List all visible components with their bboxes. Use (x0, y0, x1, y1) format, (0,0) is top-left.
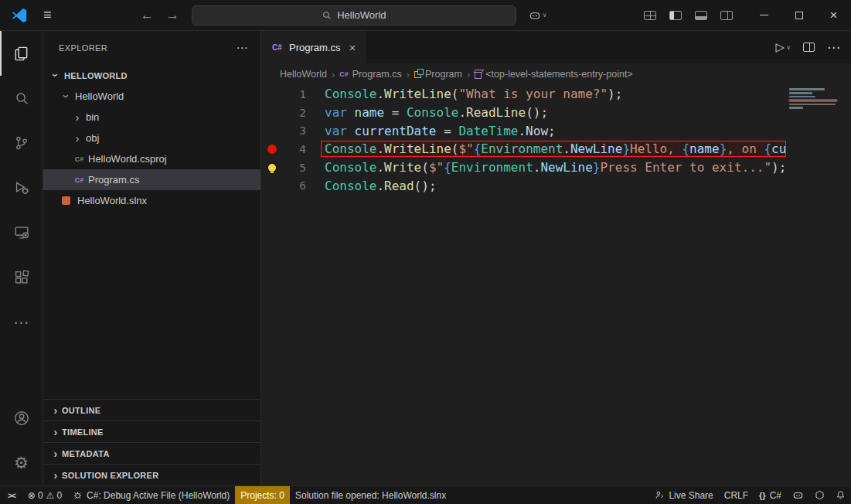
tree-item-helloworld-csproj[interactable]: C#HelloWorld.csproj (43, 148, 260, 169)
status-bar: >< ⊗ 0 ⚠ 0 C#: Debug Active File (HelloW… (0, 485, 851, 504)
token-var: NewLine (570, 141, 622, 156)
activity-explorer[interactable] (0, 31, 43, 76)
token-interp: { (682, 141, 689, 156)
section-metadata[interactable]: ›METADATA (43, 442, 260, 464)
tree-item-helloworld[interactable]: ›HelloWorld (43, 86, 260, 107)
line-content[interactable]: var name = Console.ReadLine(); (322, 105, 785, 120)
split-editor-icon[interactable] (803, 43, 815, 52)
token-str: $" (429, 160, 444, 175)
section-timeline[interactable]: ›TIMELINE (43, 421, 260, 442)
copilot-menu-button[interactable]: ∨ (529, 10, 547, 21)
activity-extensions[interactable] (0, 255, 43, 300)
toggle-panel-icon[interactable] (695, 11, 707, 20)
line-content[interactable]: Console.WriteLine($"{Environment.NewLine… (322, 141, 785, 156)
code-line-3[interactable]: 3var currentDate = DateTime.Now; (261, 121, 851, 140)
line-content[interactable]: Console.Write($"{Environment.NewLine}Pre… (322, 160, 785, 175)
breadcrumb-item-program-cs[interactable]: C#Program.cs (339, 69, 401, 80)
run-button[interactable]: ▷ ∨ (776, 40, 791, 54)
token-str: Hello, (630, 141, 682, 156)
toggle-secondary-sidebar-icon[interactable] (720, 11, 733, 20)
glyph-margin[interactable] (261, 164, 283, 172)
debug-status[interactable]: C#: Debug Active File (HelloWorld) (67, 486, 235, 504)
csharp-devkit-status-button[interactable] (809, 486, 830, 504)
tree-item-obj[interactable]: ›obj (43, 128, 260, 148)
tree-item-helloworld[interactable]: ›HELLOWORLD (43, 65, 260, 86)
token-punct: ); (771, 160, 785, 175)
token-str: $" (458, 141, 473, 156)
code-line-5[interactable]: 5Console.Write($"{Environment.NewLine}Pr… (261, 158, 851, 177)
code-line-6[interactable]: 6Console.Read(); (261, 176, 851, 195)
toggle-primary-sidebar-icon[interactable] (669, 11, 682, 20)
code-area: 1Console.WriteLine("What is your name?")… (261, 85, 851, 195)
tab-program-cs[interactable]: C# Program.cs × (261, 31, 366, 63)
account-icon (13, 410, 30, 427)
solution-status[interactable]: Solution file opened: HelloWorld.slnx (290, 486, 451, 504)
activity-remote-explorer[interactable] (0, 210, 43, 255)
customize-layout-icon[interactable] (644, 11, 656, 20)
activity-source-control[interactable] (0, 121, 43, 165)
settings-button[interactable]: ⚙ (0, 441, 43, 485)
minimap[interactable] (786, 87, 843, 125)
breadcrumb-separator: › (467, 69, 470, 80)
token-interp: } (622, 141, 630, 156)
tree-item-label: HELLOWORLD (64, 71, 128, 80)
live-share-button[interactable]: Live Share (649, 486, 718, 504)
tab-close-icon[interactable]: × (349, 41, 356, 54)
problems-status[interactable]: ⊗ 0 ⚠ 0 (22, 486, 67, 504)
token-punct: . (533, 160, 541, 175)
title-bar-center: ← → HelloWorld ∨ (52, 5, 636, 26)
section-outline[interactable]: ›OUTLINE (43, 399, 260, 421)
breadcrumb-item-program[interactable]: Program (414, 69, 462, 80)
menu-icon[interactable]: ≡ (43, 7, 52, 23)
code-line-2[interactable]: 2var name = Console.ReadLine(); (261, 104, 851, 122)
explorer-actions-button[interactable]: ⋯ (237, 41, 248, 55)
forward-button[interactable]: → (166, 8, 179, 23)
breakpoint-icon[interactable] (267, 145, 277, 154)
breadcrumb-item-top-level-statements-entry-point[interactable]: <top-level-statements-entry-point> (475, 69, 632, 80)
remote-indicator[interactable]: >< (0, 486, 22, 504)
code-line-1[interactable]: 1Console.WriteLine("What is your name?")… (261, 85, 851, 104)
back-button[interactable]: ← (141, 8, 154, 23)
sidebar-header: EXPLORER ⋯ (43, 31, 260, 65)
line-content[interactable]: Console.WriteLine("What is your name?"); (322, 87, 785, 101)
twistie-icon: › (49, 70, 63, 82)
tree-item-helloworld-slnx[interactable]: HelloWorld.slnx (43, 190, 260, 211)
lightbulb-icon[interactable] (268, 164, 276, 172)
language-mode[interactable]: {} C# (754, 486, 787, 504)
maximize-button[interactable] (781, 0, 816, 31)
section-solution-explorer[interactable]: ›SOLUTION EXPLORER (43, 464, 260, 485)
activity-run-debug[interactable] (0, 165, 43, 210)
minimap-line (789, 104, 836, 105)
sidebar-title: EXPLORER (59, 43, 107, 53)
breadcrumb-item-helloworld[interactable]: HelloWorld (280, 69, 327, 80)
accounts-button[interactable] (0, 396, 43, 441)
code-editor[interactable]: 1Console.WriteLine("What is your name?")… (261, 85, 851, 485)
tree-item-bin[interactable]: ›bin (43, 107, 260, 128)
tree-item-label: HelloWorld (75, 90, 124, 102)
breadcrumb-label: <top-level-statements-entry-point> (485, 69, 632, 80)
search-text: HelloWorld (337, 9, 386, 21)
tree-item-program-cs[interactable]: C#Program.cs (43, 169, 260, 190)
activity-more-button[interactable]: ⋯ (0, 300, 43, 345)
layout-controls (636, 11, 747, 20)
projects-status-badge[interactable]: Projects: 0 (235, 486, 290, 504)
command-center-search[interactable]: HelloWorld (192, 5, 516, 26)
line-content[interactable]: var currentDate = DateTime.Now; (322, 124, 785, 138)
code-line-4[interactable]: 4Console.WriteLine($"{Environment.NewLin… (261, 140, 851, 158)
run-debug-icon (13, 179, 30, 196)
activity-search[interactable] (0, 76, 43, 121)
eol-indicator[interactable]: CRLF (719, 486, 754, 504)
minimize-button[interactable] (747, 0, 781, 31)
token-method: Write (384, 160, 421, 175)
editor-more-actions-button[interactable]: ⋯ (827, 39, 840, 56)
line-content[interactable]: Console.Read(); (322, 179, 785, 193)
notifications-button[interactable] (830, 486, 851, 504)
minimap-line (789, 100, 837, 101)
token-punct: ( (451, 87, 459, 101)
close-button[interactable]: × (816, 0, 851, 31)
glyph-margin[interactable] (261, 145, 283, 154)
title-bar: ≡ ← → HelloWorld ∨ (0, 0, 851, 31)
breadcrumb-label: Program (425, 69, 462, 80)
token-type: Console (325, 160, 376, 175)
copilot-status-button[interactable] (787, 486, 809, 504)
